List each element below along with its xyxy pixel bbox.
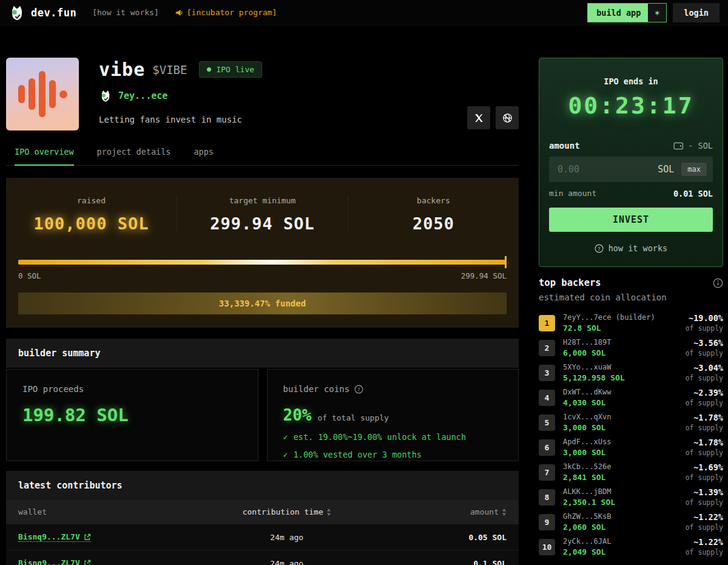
rank-badge: 1 [539,315,555,331]
progress-start-label: 0 SOL [18,271,41,280]
builder-summary-title: builder summary [6,339,519,368]
backer-percent: ~3.04% [686,363,723,374]
question-circle-icon: ? [595,244,604,253]
ipo-live-badge: IPO live [199,61,262,78]
devfun-logo-icon [8,4,25,21]
build-app-button[interactable]: build app ✶ [587,3,667,22]
backer-percent: ~1.39% [686,487,723,498]
svg-text:?: ? [598,246,601,251]
backer-amount: 3,000 SOL [563,448,611,458]
col-amount-header[interactable]: amount [360,507,507,516]
backer-address[interactable]: 1cvX...qXvn [563,413,611,422]
list-item: 7 3kCb...526e 2,841 SOL ~1.69% of supply [539,462,723,482]
sidebar: IPO ends in 00:23:17 amount - SOL SOL ma… [539,58,723,565]
backer-amount: 5,129.958 SOL [563,373,625,383]
stat-card: raised 100,000 SOL [6,196,177,233]
builder-coins-suffix: of total supply [317,413,388,422]
backer-amount: 2,841 SOL [563,473,611,482]
check-icon: ✓ [283,450,288,459]
how-it-works-link[interactable]: ? how it works [549,243,713,253]
contributors-header-row: wallet contribution time amount [6,500,519,524]
creator-address-link[interactable]: 7ey...ece [118,90,167,101]
rank-badge: 10 [539,539,555,555]
builder-coins-card: builder coins ? 20% of total supply [267,369,519,461]
backer-address[interactable]: 2yCk...6JAL [563,537,611,546]
creator-row: 7ey...ece [99,89,262,103]
backer-supply-label: of supply [686,448,723,458]
backer-supply-label: of supply [686,523,723,532]
backer-address[interactable]: ApdF...xUss [563,438,611,447]
invest-button[interactable]: INVEST [549,208,713,232]
backer-amount: 4,030 SOL [563,398,611,408]
website-disabled-button[interactable] [496,106,519,129]
backer-amount: 2,049 SOL [563,547,611,557]
twitter-x-button[interactable] [467,106,490,129]
backer-percent: ~2.39% [686,388,723,399]
tab[interactable]: apps [194,147,214,165]
min-amount-label: min amount [549,189,596,198]
backer-address[interactable]: 7eyY...7ece (builder) [563,313,655,322]
rank-badge: 9 [539,514,555,530]
creator-avatar [99,89,112,103]
waveform-bar [18,85,25,103]
list-item: 2 H28T...189T 6,000 SOL ~3.56% of supply [539,338,723,358]
backer-address[interactable]: H28T...189T [563,338,611,347]
nav-how-it-works[interactable]: [how it works] [92,8,159,17]
brand-group[interactable]: dev.fun [8,4,76,21]
backer-supply-label: of supply [686,548,723,557]
progress-end-label: 299.94 SOL [461,271,507,280]
ipo-proceeds-label: IPO proceeds [22,384,242,394]
backer-supply-label: of supply [686,498,723,507]
list-item: 8 ALKK...jBDM 2,350.1 SOL ~1.39% of supp… [539,487,723,507]
progress-bar [18,260,507,265]
backer-address[interactable]: 3kCb...526e [563,462,611,472]
col-time-header[interactable]: contribution time [214,507,360,516]
builder-summary-section: builder summary IPO proceeds 199.82 SOL … [6,339,519,461]
main-content: vibe $VIBE IPO live 7ey...ece [6,58,519,565]
backer-amount: 2,350.1 SOL [563,498,615,507]
top-backers-section: top backers estimated coin allocation 1 … [539,277,723,565]
nav-incubator-program[interactable]: [incubator program] [175,8,277,17]
tab[interactable]: IPO overview [15,147,74,166]
list-item: 6 ApdF...xUss 3,000 SOL ~1.78% of supply [539,438,723,458]
x-icon [474,113,484,123]
backer-amount: 72.8 SOL [563,323,655,333]
backer-address[interactable]: ALKK...jBDM [563,487,615,496]
latest-contributors-section: latest contributors wallet contribution … [6,471,519,565]
check-line: ✓ est. 19.00%~19.00% unlock at launch [283,432,503,442]
backer-address[interactable]: GhZW...5KsB [563,512,611,521]
countdown-timer: 00:23:17 [549,92,713,119]
amount-input[interactable] [558,164,653,175]
info-icon[interactable] [713,278,723,288]
check-line: ✓ 1.00% vested over 3 months [283,450,503,459]
backer-percent: ~1.78% [686,438,723,448]
builder-coins-percent: 20% [283,406,312,424]
backer-address[interactable]: 5XYo...xuaW [563,363,625,372]
backer-percent: ~3.56% [686,338,723,349]
social-buttons [467,106,519,129]
amount-input-wrap: SOL max [549,157,713,182]
rank-badge: 8 [539,489,555,506]
backer-percent: ~1.22% [686,512,723,523]
wallet-link[interactable]: Bisnq9...ZL7V [18,558,91,565]
login-button[interactable]: login [673,3,720,22]
token-image [6,58,79,130]
backer-address[interactable]: DxWT...dKww [563,388,611,397]
list-item: 9 GhZW...5KsB 2,060 SOL ~1.22% of supply [539,512,723,532]
ipo-proceeds-value: 199.82 SOL [22,405,242,425]
amount-label: amount [549,141,580,151]
globe-slash-icon [502,112,513,124]
ipo-ends-label: IPO ends in [549,76,713,86]
backer-supply-label: of supply [686,399,723,408]
max-button[interactable]: max [681,163,707,176]
backer-supply-label: of supply [686,349,723,358]
question-circle-icon[interactable]: ? [354,385,363,394]
list-item: 10 2yCk...6JAL 2,049 SOL ~1.22% of suppl… [539,537,723,557]
wallet-link[interactable]: Bisnq9...ZL7V [18,532,91,542]
tab[interactable]: project details [97,147,171,165]
wallet-balance: - SOL [673,141,713,151]
top-backers-subtitle: estimated coin allocation [539,293,723,302]
stats-row: raised 100,000 SOL target minimum 299.94… [6,178,519,250]
table-row: Bisnq9...ZL7V 24m ago 0.1 SOL [6,550,519,565]
table-row: Bisnq9...ZL7V 24m ago 0.05 SOL [6,524,519,550]
